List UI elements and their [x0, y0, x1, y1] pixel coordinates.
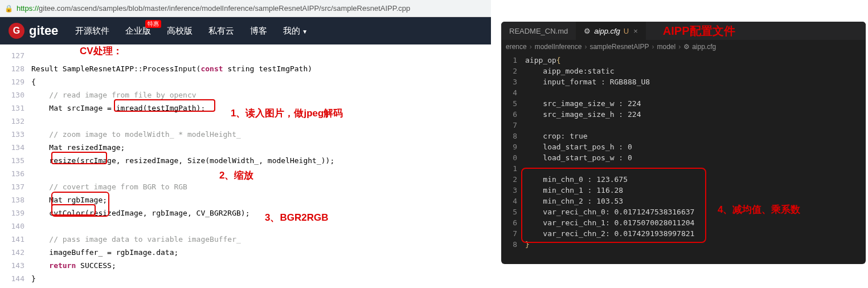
annotation-cv: CV处理： [80, 44, 122, 58]
line-code: Mat resizedImage; [31, 143, 125, 152]
line-number: 140 [0, 222, 31, 230]
line-code: // zoom image to modelWidth_ * modelHeig… [31, 130, 241, 139]
annotation-4: 4、减均值、乘系数 [718, 203, 800, 216]
breadcrumb-separator: › [530, 43, 532, 51]
source-line[interactable]: 133 // zoom image to modelWidth_ * model… [0, 128, 491, 141]
editor-tabs: README_CN.md ⚙ aipp.cfg U × AIPP配置文件 [501, 22, 866, 40]
annotation-3: 3、BGR2RGB [265, 211, 328, 224]
breadcrumb: erence›modelInference›sampleResnetAIPP›m… [501, 40, 866, 54]
line-number: 142 [0, 248, 31, 257]
highlight-box-meanstd [521, 168, 706, 243]
breadcrumb-separator: › [678, 43, 681, 51]
line-code: // read image from file by opencv [31, 91, 196, 99]
source-line[interactable]: 144} [0, 272, 491, 285]
line-number: 134 [0, 143, 31, 152]
line-code: // covert image from BGR to RGB [31, 182, 187, 191]
line-number: 137 [0, 182, 31, 191]
line-number: 133 [0, 130, 31, 139]
highlight-box-resize [51, 152, 107, 164]
source-line[interactable]: 130 // read image from file by opencv [0, 88, 491, 102]
lock-icon: 🔒 [5, 5, 13, 13]
annotation-title: AIPP配置文件 [663, 23, 735, 39]
nav-my[interactable]: 我的▼ [283, 26, 308, 36]
annotation-1: 1、读入图片，做jpeg解码 [231, 107, 343, 120]
line-number: 143 [0, 261, 31, 270]
breadcrumb-separator: › [652, 43, 654, 51]
breadcrumb-separator: › [584, 43, 587, 51]
annotation-2: 2、缩放 [219, 169, 253, 182]
vscode-panel: README_CN.md ⚙ aipp.cfg U × AIPP配置文件 ere… [501, 22, 866, 264]
nav-private[interactable]: 私有云 [208, 26, 234, 36]
line-code: } [31, 274, 36, 283]
logo-text: gitee [29, 23, 58, 38]
line-number: 129 [0, 78, 31, 86]
breadcrumb-item[interactable]: sampleResnetAIPP [589, 43, 649, 51]
breadcrumb-item[interactable]: ⚙aipp.cfg [683, 43, 716, 51]
source-line[interactable]: 140 [0, 220, 491, 233]
nav-enterprise[interactable]: 企业版 特惠 [125, 26, 151, 36]
line-code: Result SampleResnetAIPP::ProcessInput(co… [31, 64, 312, 73]
line-number: 139 [0, 209, 31, 217]
nav-university[interactable]: 高校版 [167, 26, 193, 36]
top-nav: 开源软件 企业版 特惠 高校版 私有云 博客 我的▼ [75, 26, 324, 36]
highlight-box-rgbimage [51, 192, 109, 217]
chevron-down-icon: ▼ [302, 29, 308, 35]
nav-blog[interactable]: 博客 [250, 26, 267, 36]
line-number: 131 [0, 104, 31, 112]
line-code: return SUCCESS; [31, 261, 116, 270]
line-number: 127 [0, 51, 31, 60]
line-number: 135 [0, 156, 31, 165]
tab-aipp-cfg[interactable]: ⚙ aipp.cfg U × [576, 22, 646, 40]
tab-aipp-label: aipp.cfg [594, 27, 620, 35]
line-number: 138 [0, 196, 31, 204]
nav-my-label: 我的 [283, 26, 300, 35]
breadcrumb-item[interactable]: modelInference [535, 43, 582, 51]
highlight-box-imread [114, 99, 215, 112]
gitee-logo[interactable]: G gitee [9, 23, 58, 39]
line-number: 132 [0, 117, 31, 125]
line-number: 144 [0, 274, 31, 283]
cfg-line-numbers: 123456789012345678 [501, 54, 517, 250]
address-bar[interactable]: 🔒 https://gitee.com/ascend/samples/blob/… [0, 0, 491, 17]
gear-icon: ⚙ [584, 27, 591, 35]
git-status-badge: U [624, 27, 629, 35]
line-code: // pass image data to variable imageBuff… [31, 235, 241, 244]
line-code: { [31, 78, 36, 86]
source-line[interactable]: 128Result SampleResnetAIPP::ProcessInput… [0, 62, 491, 75]
config-editor: 123456789012345678 aipp_op{ aipp_mode:st… [501, 54, 866, 250]
source-line[interactable]: 127 [0, 49, 491, 62]
browser-window: 🔒 https://gitee.com/ascend/samples/blob/… [0, 0, 491, 288]
source-code-view: CV处理： 1、读入图片，做jpeg解码 2、缩放 3、BGR2RGB 1271… [0, 44, 491, 285]
line-number: 128 [0, 64, 31, 73]
url-path: gitee.com/ascend/samples/blob/master/inf… [39, 4, 410, 13]
close-icon[interactable]: × [633, 27, 638, 35]
breadcrumb-item[interactable]: model [657, 43, 675, 51]
line-number: 136 [0, 169, 31, 178]
source-line[interactable]: 141 // pass image data to variable image… [0, 233, 491, 246]
site-header: G gitee 开源软件 企业版 特惠 高校版 私有云 博客 我的▼ [0, 17, 491, 44]
promo-badge: 特惠 [145, 20, 161, 28]
source-line[interactable]: 129{ [0, 75, 491, 88]
source-line[interactable]: 143 return SUCCESS; [0, 259, 491, 272]
gear-icon: ⚙ [683, 43, 690, 51]
line-number: 141 [0, 235, 31, 244]
logo-icon: G [9, 23, 24, 39]
line-number: 130 [0, 91, 31, 99]
line-code: imageBuffer_ = rgbImage.data; [31, 248, 178, 257]
nav-opensource[interactable]: 开源软件 [75, 26, 109, 36]
breadcrumb-item[interactable]: erence [506, 43, 527, 51]
tab-readme[interactable]: README_CN.md [501, 22, 576, 40]
source-line[interactable]: 142 imageBuffer_ = rgbImage.data; [0, 246, 491, 259]
url-scheme: https:// [17, 4, 39, 13]
